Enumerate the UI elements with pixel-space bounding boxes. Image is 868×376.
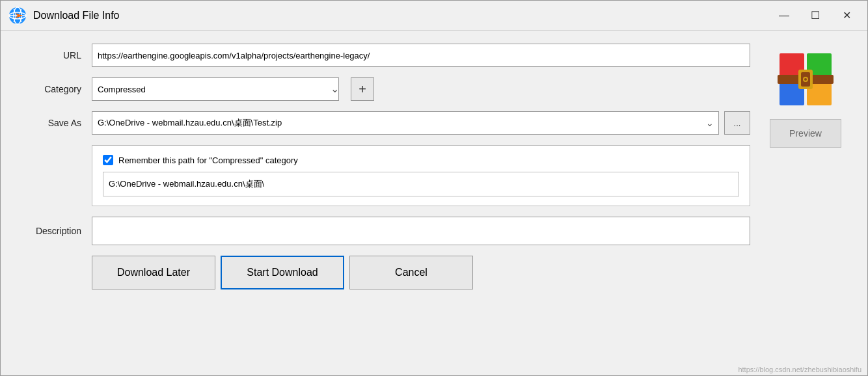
minimize-button[interactable]: — — [771, 6, 797, 25]
options-box: Remember this path for "Compressed" cate… — [92, 145, 750, 206]
category-label: Category — [20, 84, 92, 94]
remember-label[interactable]: Remember this path for "Compressed" cate… — [118, 155, 298, 165]
cancel-button[interactable]: Cancel — [349, 256, 473, 289]
browse-button[interactable]: ... — [724, 111, 750, 135]
saveas-input[interactable] — [92, 111, 719, 135]
preview-button[interactable]: Preview — [770, 119, 841, 148]
remember-path-row: Remember this path for "Compressed" cate… — [103, 155, 739, 165]
dialog-content: URL Category Compressed General Document… — [1, 31, 867, 375]
url-label: URL — [20, 50, 92, 60]
saveas-label: Save As — [20, 118, 92, 128]
idm-icon — [8, 7, 27, 25]
remember-checkbox[interactable] — [103, 155, 113, 165]
side-panel: Preview — [763, 44, 848, 362]
description-row: Description — [20, 217, 750, 245]
winrar-icon — [776, 50, 835, 109]
saveas-row: Save As ⌄ ... — [20, 111, 750, 135]
maximize-button[interactable]: ☐ — [802, 6, 828, 25]
add-category-button[interactable]: + — [351, 77, 374, 101]
remembered-path-input[interactable] — [103, 172, 739, 196]
dialog-window: Download File Info — ☐ ✕ URL Category Co… — [0, 0, 868, 376]
category-select-wrapper: Compressed General Documents Music Video… — [92, 77, 346, 101]
start-download-button[interactable]: Start Download — [221, 256, 344, 289]
close-button[interactable]: ✕ — [834, 6, 860, 25]
download-later-button[interactable]: Download Later — [92, 256, 215, 289]
description-input[interactable] — [92, 217, 750, 245]
saveas-input-wrapper: ⌄ — [92, 111, 719, 135]
titlebar: Download File Info — ☐ ✕ — [1, 1, 867, 31]
description-label: Description — [20, 226, 92, 236]
titlebar-controls: — ☐ ✕ — [771, 6, 860, 25]
url-row: URL — [20, 44, 750, 67]
buttons-row: Download Later Start Download Cancel — [20, 256, 750, 289]
dialog-title: Download File Info — [33, 10, 120, 21]
main-form: URL Category Compressed General Document… — [20, 44, 750, 362]
svg-point-13 — [804, 78, 807, 81]
category-select[interactable]: Compressed General Documents Music Video… — [92, 77, 339, 101]
titlebar-left: Download File Info — [8, 7, 120, 25]
url-input[interactable] — [92, 44, 750, 67]
category-row: Category Compressed General Documents Mu… — [20, 77, 750, 101]
